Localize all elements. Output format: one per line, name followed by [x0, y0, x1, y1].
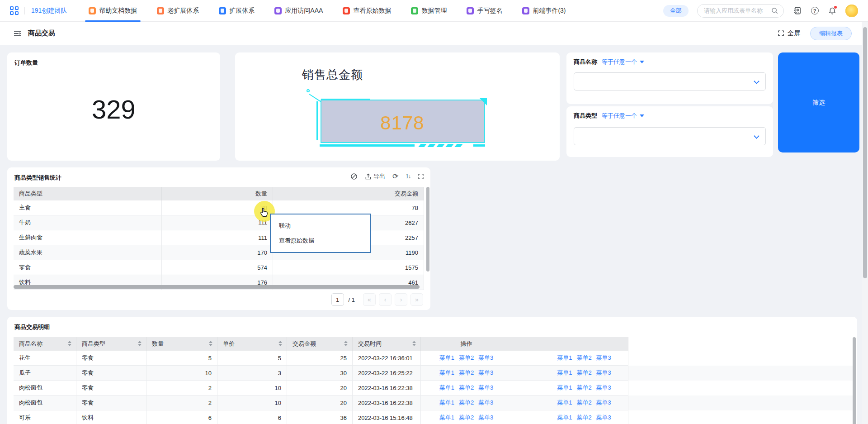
next-page-button[interactable]: › — [395, 293, 407, 306]
menu-link-3[interactable]: 菜单3 — [596, 369, 611, 377]
sort-desc-icon[interactable] — [68, 344, 71, 346]
context-menu-item-2[interactable]: 查看原始数据 — [271, 233, 370, 248]
unlink-icon[interactable] — [350, 173, 358, 180]
stats-cell[interactable]: 170 — [162, 245, 273, 260]
stats-cell[interactable]: 111 — [162, 215, 273, 230]
detail-header-cell[interactable]: 单价 — [217, 337, 287, 351]
menu-link-2[interactable]: 菜单2 — [459, 354, 474, 362]
menu-link-1[interactable]: 菜单1 — [439, 399, 454, 407]
prev-page-button[interactable]: ‹ — [379, 293, 392, 306]
sort-desc-icon[interactable] — [412, 344, 416, 346]
sort-asc-icon[interactable] — [278, 341, 282, 343]
sort-arrows-icon[interactable] — [209, 341, 212, 346]
stats-cell[interactable]: 111 — [162, 230, 273, 245]
sort-arrows-icon[interactable] — [344, 341, 348, 346]
menu-link-1[interactable]: 菜单1 — [557, 384, 572, 392]
edit-report-button[interactable]: 编辑报表 — [810, 27, 852, 40]
sort-asc-icon[interactable] — [68, 341, 71, 343]
app-tab-2[interactable]: 老扩展体系 — [147, 0, 209, 22]
sort-desc-icon[interactable] — [138, 344, 142, 346]
help-icon[interactable]: ? — [810, 6, 819, 15]
filter-type-operator[interactable]: 等于任意一个 — [602, 112, 644, 120]
detail-header-cell[interactable]: 商品名称 — [14, 337, 76, 351]
menu-link-1[interactable]: 菜单1 — [557, 354, 572, 362]
search-icon[interactable] — [770, 6, 779, 15]
menu-link-3[interactable]: 菜单3 — [596, 354, 611, 362]
sort-asc-icon[interactable] — [138, 341, 142, 343]
menu-link-3[interactable]: 菜单3 — [596, 399, 611, 407]
menu-link-2[interactable]: 菜单2 — [576, 369, 591, 377]
page-scrollbar[interactable] — [862, 22, 868, 424]
app-grid-icon[interactable] — [10, 6, 19, 15]
menu-link-1[interactable]: 菜单1 — [439, 414, 454, 422]
filter-type-select[interactable] — [574, 127, 766, 145]
detail-header-cell[interactable]: 交易时间 — [353, 337, 421, 351]
sort-desc-icon[interactable] — [209, 344, 212, 346]
detail-header-cell[interactable]: 商品类型 — [76, 337, 146, 351]
expand-icon[interactable] — [418, 173, 424, 180]
sort-asc-icon[interactable] — [209, 341, 212, 343]
stats-horizontal-scrollbar[interactable] — [14, 285, 420, 289]
menu-link-1[interactable]: 菜单1 — [557, 414, 572, 422]
sort-arrows-icon[interactable] — [412, 341, 416, 346]
avatar[interactable] — [845, 5, 858, 17]
menu-link-3[interactable]: 菜单3 — [596, 414, 611, 422]
sort-icon[interactable]: 1↓ — [406, 173, 410, 180]
all-apps-button[interactable]: 全部 — [663, 5, 689, 17]
filter-submit-button[interactable]: 筛选 — [778, 52, 859, 152]
menu-link-2[interactable]: 菜单2 — [576, 384, 591, 392]
export-button[interactable]: 导出 — [365, 172, 385, 181]
filter-name-select[interactable] — [574, 72, 766, 91]
app-tab-6[interactable]: 数据管理 — [401, 0, 457, 22]
menu-link-2[interactable]: 菜单2 — [459, 384, 474, 392]
menu-link-3[interactable]: 菜单3 — [478, 369, 493, 377]
app-tab-7[interactable]: 手写签名 — [457, 0, 512, 22]
sort-asc-icon[interactable] — [344, 341, 348, 343]
app-tab-5[interactable]: 查看原始数据 — [333, 0, 401, 22]
contacts-icon[interactable] — [793, 6, 802, 15]
app-tab-8[interactable]: 前端事件(3) — [512, 0, 576, 22]
menu-link-2[interactable]: 菜单2 — [459, 414, 474, 422]
app-tab-4[interactable]: 应用访问AAA — [264, 0, 333, 22]
detail-header-cell[interactable]: 数量 — [146, 337, 217, 351]
refresh-icon[interactable]: ⟳ — [392, 173, 398, 180]
menu-link-1[interactable]: 菜单1 — [439, 354, 454, 362]
menu-link-3[interactable]: 菜单3 — [478, 354, 493, 362]
app-tab-3[interactable]: 扩展体系 — [209, 0, 264, 22]
fullscreen-button[interactable]: 全屏 — [778, 29, 800, 38]
menu-link-2[interactable]: 菜单2 — [576, 354, 591, 362]
page-number-input[interactable]: 1 — [331, 293, 344, 306]
page-scrollbar-thumb[interactable] — [863, 27, 867, 278]
menu-link-2[interactable]: 菜单2 — [459, 369, 474, 377]
first-page-button[interactable]: « — [363, 293, 376, 306]
last-page-button[interactable]: » — [410, 293, 423, 306]
sort-arrows-icon[interactable] — [278, 341, 282, 346]
menu-link-3[interactable]: 菜单3 — [478, 399, 493, 407]
detail-header-cell[interactable]: 交易金额 — [287, 337, 353, 351]
menu-link-3[interactable]: 菜单3 — [478, 384, 493, 392]
filter-name-operator[interactable]: 等于任意一个 — [602, 58, 644, 66]
menu-icon[interactable] — [14, 30, 22, 37]
menu-link-3[interactable]: 菜单3 — [478, 414, 493, 422]
stats-cell[interactable]: 574 — [162, 260, 273, 275]
menu-link-2[interactable]: 菜单2 — [576, 399, 591, 407]
menu-link-1[interactable]: 菜单1 — [439, 384, 454, 392]
stats-vertical-scrollbar[interactable] — [426, 187, 429, 272]
menu-link-1[interactable]: 菜单1 — [557, 399, 572, 407]
menu-link-2[interactable]: 菜单2 — [576, 414, 591, 422]
menu-link-2[interactable]: 菜单2 — [459, 399, 474, 407]
menu-link-1[interactable]: 菜单1 — [557, 369, 572, 377]
detail-vertical-scrollbar[interactable] — [853, 337, 856, 424]
sort-arrows-icon[interactable] — [138, 341, 142, 346]
sort-desc-icon[interactable] — [278, 344, 282, 346]
context-menu-item-1[interactable]: 联动 — [271, 218, 370, 233]
sort-desc-icon[interactable] — [344, 344, 348, 346]
sort-asc-icon[interactable] — [412, 341, 416, 343]
app-search[interactable] — [697, 4, 784, 18]
app-tab-1[interactable]: 帮助文档数据 — [79, 0, 147, 22]
menu-link-3[interactable]: 菜单3 — [596, 384, 611, 392]
notification-bell-icon[interactable] — [828, 6, 837, 15]
sort-arrows-icon[interactable] — [68, 341, 71, 346]
menu-link-1[interactable]: 菜单1 — [439, 369, 454, 377]
stats-cell[interactable]: 78 — [162, 200, 273, 215]
